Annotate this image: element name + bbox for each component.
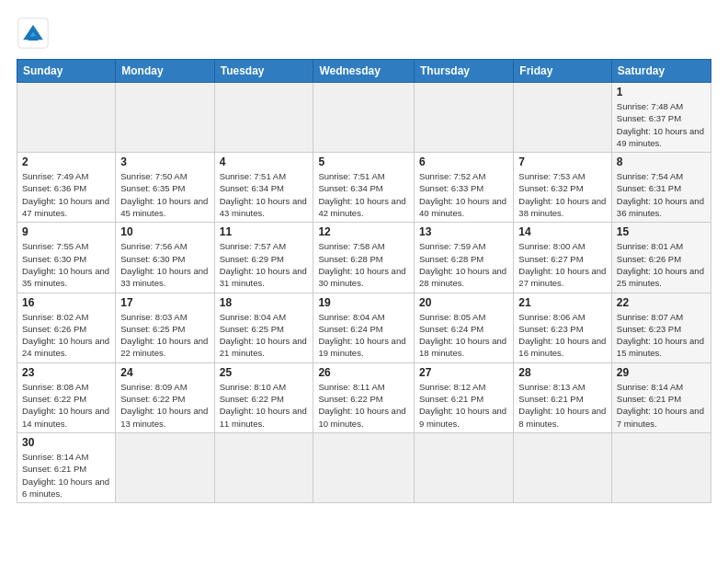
day-info: Sunrise: 8:03 AM Sunset: 6:25 PM Dayligh… <box>120 311 209 360</box>
day-number: 3 <box>120 155 209 168</box>
day-info: Sunrise: 7:52 AM Sunset: 6:33 PM Dayligh… <box>419 170 508 219</box>
day-info: Sunrise: 7:59 AM Sunset: 6:28 PM Dayligh… <box>419 240 508 289</box>
day-info: Sunrise: 7:55 AM Sunset: 6:30 PM Dayligh… <box>22 240 110 289</box>
day-number: 2 <box>22 155 110 168</box>
day-cell <box>17 83 116 153</box>
day-number: 28 <box>518 366 607 379</box>
day-cell: 5Sunrise: 7:51 AM Sunset: 6:34 PM Daylig… <box>313 153 415 223</box>
day-cell: 24Sunrise: 8:09 AM Sunset: 6:22 PM Dayli… <box>116 362 214 432</box>
day-cell: 18Sunrise: 8:04 AM Sunset: 6:25 PM Dayli… <box>214 293 313 362</box>
day-info: Sunrise: 8:09 AM Sunset: 6:22 PM Dayligh… <box>120 381 209 430</box>
day-cell: 13Sunrise: 7:59 AM Sunset: 6:28 PM Dayli… <box>415 223 514 293</box>
day-cell <box>415 432 514 502</box>
day-cell <box>514 83 612 153</box>
day-info: Sunrise: 8:10 AM Sunset: 6:22 PM Dayligh… <box>220 381 309 430</box>
day-info: Sunrise: 8:13 AM Sunset: 6:21 PM Dayligh… <box>518 381 607 430</box>
day-cell <box>116 83 214 153</box>
week-row-1: 2Sunrise: 7:49 AM Sunset: 6:36 PM Daylig… <box>17 153 711 223</box>
day-info: Sunrise: 8:00 AM Sunset: 6:27 PM Dayligh… <box>518 240 607 289</box>
day-cell <box>313 432 415 502</box>
day-number: 12 <box>318 225 409 238</box>
day-number: 9 <box>22 225 110 238</box>
week-row-0: 1Sunrise: 7:48 AM Sunset: 6:37 PM Daylig… <box>17 83 711 153</box>
day-header-tuesday: Tuesday <box>214 60 313 83</box>
day-cell: 28Sunrise: 8:13 AM Sunset: 6:21 PM Dayli… <box>514 362 612 432</box>
day-cell: 26Sunrise: 8:11 AM Sunset: 6:22 PM Dayli… <box>313 362 415 432</box>
logo <box>17 17 55 50</box>
day-cell: 25Sunrise: 8:10 AM Sunset: 6:22 PM Dayli… <box>214 362 313 432</box>
week-row-5: 30Sunrise: 8:14 AM Sunset: 6:21 PM Dayli… <box>17 432 711 502</box>
day-cell: 6Sunrise: 7:52 AM Sunset: 6:33 PM Daylig… <box>415 153 514 223</box>
day-number: 27 <box>419 366 508 379</box>
day-info: Sunrise: 7:56 AM Sunset: 6:30 PM Dayligh… <box>120 240 209 289</box>
day-cell <box>611 432 711 502</box>
day-number: 20 <box>419 296 508 309</box>
day-info: Sunrise: 8:04 AM Sunset: 6:25 PM Dayligh… <box>220 311 309 360</box>
day-cell: 27Sunrise: 8:12 AM Sunset: 6:21 PM Dayli… <box>415 362 514 432</box>
day-number: 23 <box>22 366 110 379</box>
day-info: Sunrise: 8:14 AM Sunset: 6:21 PM Dayligh… <box>617 381 706 430</box>
day-cell: 22Sunrise: 8:07 AM Sunset: 6:23 PM Dayli… <box>611 293 711 362</box>
day-cell: 29Sunrise: 8:14 AM Sunset: 6:21 PM Dayli… <box>611 362 711 432</box>
day-number: 17 <box>120 296 209 309</box>
day-header-saturday: Saturday <box>611 60 711 83</box>
day-number: 21 <box>518 296 607 309</box>
day-cell: 19Sunrise: 8:04 AM Sunset: 6:24 PM Dayli… <box>313 293 415 362</box>
svg-rect-3 <box>28 37 39 41</box>
day-cell: 11Sunrise: 7:57 AM Sunset: 6:29 PM Dayli… <box>214 223 313 293</box>
day-info: Sunrise: 7:53 AM Sunset: 6:32 PM Dayligh… <box>518 170 607 219</box>
day-cell: 15Sunrise: 8:01 AM Sunset: 6:26 PM Dayli… <box>611 223 711 293</box>
day-number: 6 <box>419 155 508 168</box>
day-cell: 23Sunrise: 8:08 AM Sunset: 6:22 PM Dayli… <box>17 362 116 432</box>
day-cell <box>514 432 612 502</box>
day-info: Sunrise: 8:06 AM Sunset: 6:23 PM Dayligh… <box>518 311 607 360</box>
day-cell <box>214 432 313 502</box>
day-cell: 7Sunrise: 7:53 AM Sunset: 6:32 PM Daylig… <box>514 153 612 223</box>
day-cell <box>214 83 313 153</box>
day-cell <box>116 432 214 502</box>
day-cell <box>313 83 415 153</box>
day-number: 4 <box>220 155 309 168</box>
day-cell: 8Sunrise: 7:54 AM Sunset: 6:31 PM Daylig… <box>611 153 711 223</box>
day-number: 30 <box>22 436 110 449</box>
day-info: Sunrise: 7:57 AM Sunset: 6:29 PM Dayligh… <box>220 240 309 289</box>
calendar-header-row: SundayMondayTuesdayWednesdayThursdayFrid… <box>17 60 711 83</box>
day-info: Sunrise: 7:50 AM Sunset: 6:35 PM Dayligh… <box>120 170 209 219</box>
day-cell: 16Sunrise: 8:02 AM Sunset: 6:26 PM Dayli… <box>17 293 116 362</box>
day-number: 14 <box>518 225 607 238</box>
day-number: 15 <box>617 225 706 238</box>
day-cell <box>415 83 514 153</box>
day-number: 13 <box>419 225 508 238</box>
day-number: 29 <box>617 366 706 379</box>
day-info: Sunrise: 8:05 AM Sunset: 6:24 PM Dayligh… <box>419 311 508 360</box>
day-info: Sunrise: 7:48 AM Sunset: 6:37 PM Dayligh… <box>617 100 706 149</box>
day-cell: 20Sunrise: 8:05 AM Sunset: 6:24 PM Dayli… <box>415 293 514 362</box>
day-info: Sunrise: 7:51 AM Sunset: 6:34 PM Dayligh… <box>220 170 309 219</box>
day-number: 22 <box>617 296 706 309</box>
day-info: Sunrise: 8:12 AM Sunset: 6:21 PM Dayligh… <box>419 381 508 430</box>
day-info: Sunrise: 8:07 AM Sunset: 6:23 PM Dayligh… <box>617 311 706 360</box>
day-header-wednesday: Wednesday <box>313 60 415 83</box>
day-cell: 9Sunrise: 7:55 AM Sunset: 6:30 PM Daylig… <box>17 223 116 293</box>
day-cell: 10Sunrise: 7:56 AM Sunset: 6:30 PM Dayli… <box>116 223 214 293</box>
day-info: Sunrise: 7:58 AM Sunset: 6:28 PM Dayligh… <box>318 240 409 289</box>
day-number: 5 <box>318 155 409 168</box>
day-cell: 3Sunrise: 7:50 AM Sunset: 6:35 PM Daylig… <box>116 153 214 223</box>
day-cell: 1Sunrise: 7:48 AM Sunset: 6:37 PM Daylig… <box>611 83 711 153</box>
day-cell: 17Sunrise: 8:03 AM Sunset: 6:25 PM Dayli… <box>116 293 214 362</box>
day-number: 26 <box>318 366 409 379</box>
day-cell: 4Sunrise: 7:51 AM Sunset: 6:34 PM Daylig… <box>214 153 313 223</box>
logo-icon <box>17 17 50 50</box>
day-info: Sunrise: 8:02 AM Sunset: 6:26 PM Dayligh… <box>22 311 110 360</box>
day-number: 11 <box>220 225 309 238</box>
day-cell: 14Sunrise: 8:00 AM Sunset: 6:27 PM Dayli… <box>514 223 612 293</box>
day-number: 16 <box>22 296 110 309</box>
day-info: Sunrise: 8:14 AM Sunset: 6:21 PM Dayligh… <box>22 451 110 500</box>
day-info: Sunrise: 7:51 AM Sunset: 6:34 PM Dayligh… <box>318 170 409 219</box>
day-cell: 2Sunrise: 7:49 AM Sunset: 6:36 PM Daylig… <box>17 153 116 223</box>
day-number: 7 <box>518 155 607 168</box>
day-number: 25 <box>220 366 309 379</box>
day-number: 8 <box>617 155 706 168</box>
header <box>17 17 711 50</box>
day-number: 10 <box>120 225 209 238</box>
